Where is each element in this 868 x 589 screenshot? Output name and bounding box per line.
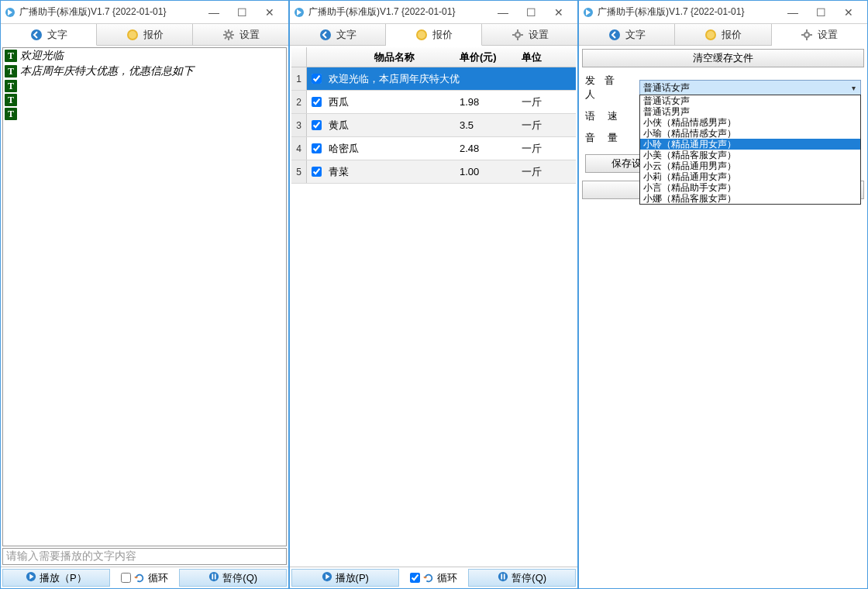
row-checkbox[interactable]	[312, 143, 322, 153]
loop-icon	[423, 573, 434, 584]
tab-price-label: 报价	[432, 28, 453, 42]
text-icon: T	[5, 94, 17, 106]
tab-text[interactable]: 文字	[1, 24, 97, 46]
voice-option[interactable]: 小瑜（精品情感女声）	[640, 128, 860, 139]
table-row[interactable]: 5 青菜 1.00 一斤	[291, 160, 576, 184]
tab-price-label: 报价	[143, 28, 164, 42]
tab-settings[interactable]: 设置	[193, 24, 288, 45]
voice-dropdown[interactable]: 普通话女声普通话男声小侠（精品情感男声）小瑜（精品情感女声）小聆（精品通用女声）…	[639, 95, 861, 205]
minimize-button[interactable]: —	[203, 5, 225, 20]
svg-point-18	[320, 29, 331, 40]
row-checkbox[interactable]	[312, 97, 322, 107]
row-checkbox[interactable]	[312, 167, 322, 177]
text-row[interactable]: T欢迎光临	[3, 48, 286, 64]
tab-price[interactable]: 报价	[675, 24, 771, 45]
minimize-button[interactable]: —	[492, 5, 514, 20]
clear-cache-button[interactable]: 清空缓存文件	[582, 49, 864, 67]
gear-icon	[801, 29, 813, 41]
app-icon	[582, 6, 594, 19]
chevron-down-icon: ▾	[848, 82, 859, 93]
tab-bar: 文字 报价 设置	[1, 24, 288, 46]
col-name[interactable]: 物品名称	[326, 47, 460, 67]
text-row[interactable]: T	[3, 79, 286, 93]
tab-settings[interactable]: 设置	[482, 24, 577, 45]
voice-option[interactable]: 小娜（精品客服女声）	[640, 193, 860, 204]
svg-rect-28	[501, 574, 503, 580]
loop-toggle[interactable]: 循环	[402, 569, 466, 587]
table-row[interactable]: 2 西瓜 1.98 一斤	[291, 91, 576, 114]
titlebar[interactable]: 广播助手(标准版)V1.7 {2022-01-01} — ☐ ✕	[579, 1, 867, 24]
tab-text[interactable]: 文字	[290, 24, 386, 45]
tab-text-label: 文字	[47, 28, 67, 42]
svg-point-14	[209, 572, 219, 581]
svg-rect-15	[212, 574, 214, 580]
app-icon	[4, 6, 16, 19]
text-input[interactable]: 请输入需要播放的文字内容	[2, 548, 287, 565]
window-controls: — ☐ ✕	[782, 5, 864, 20]
table-row[interactable]: 3 黄瓜 3.5 一斤	[291, 114, 576, 137]
row-checkbox[interactable]	[312, 120, 322, 130]
gear-icon	[512, 29, 524, 41]
voice-label: 发 音 人	[585, 74, 632, 102]
tab-price[interactable]: 报价	[97, 24, 193, 45]
text-row[interactable]: T	[3, 93, 286, 107]
coin-icon	[415, 29, 428, 41]
col-unit[interactable]: 单位	[522, 47, 576, 67]
tab-settings[interactable]: 设置	[772, 24, 867, 46]
svg-point-20	[418, 31, 425, 39]
table-row[interactable]: 1 欢迎光临，本店周年庆特大优惠，优惠信息如下	[291, 67, 576, 91]
volume-label: 音 量	[585, 131, 632, 145]
voice-option[interactable]: 普通话男声	[640, 106, 860, 117]
voice-option[interactable]: 小侠（精品情感男声）	[640, 117, 860, 128]
loop-toggle[interactable]: 循环	[113, 569, 177, 587]
close-button[interactable]: ✕	[259, 5, 281, 20]
voice-option[interactable]: 小云（精品通用男声）	[640, 160, 860, 171]
price-table: 物品名称 单价(元) 单位 1 欢迎光临，本店周年庆特大优惠，优惠信息如下 2 …	[291, 47, 576, 565]
tab-settings-label: 设置	[529, 28, 549, 42]
table-row[interactable]: 4 哈密瓜 2.48 一斤	[291, 137, 576, 160]
svg-point-4	[226, 33, 231, 37]
tab-settings-label: 设置	[239, 28, 260, 42]
play-button[interactable]: 播放（P）	[2, 569, 110, 587]
tab-text[interactable]: 文字	[579, 24, 675, 45]
app-icon	[293, 6, 305, 19]
svg-point-27	[498, 572, 508, 581]
voice-option[interactable]: 小美（精品客服女声）	[640, 150, 860, 160]
row-checkbox[interactable]	[312, 74, 322, 84]
loop-checkbox[interactable]	[410, 573, 420, 583]
window-settings: 广播助手(标准版)V1.7 {2022-01-01} — ☐ ✕ 文字 报价 设…	[578, 0, 868, 589]
settings-panel: 清空缓存文件 发 音 人 普通话女声 ▾ 普通话女声普通话男声小侠（精品情感男声…	[579, 46, 867, 202]
window-price: 广播助手(标准版)V1.7 {2022-01-01} — ☐ ✕ 文字 报价 设…	[289, 0, 578, 589]
voice-combobox[interactable]: 普通话女声 ▾ 普通话女声普通话男声小侠（精品情感男声）小瑜（精品情感女声）小聆…	[639, 80, 861, 95]
titlebar[interactable]: 广播助手(标准版)V1.7 {2022-01-01} — ☐ ✕	[290, 1, 577, 24]
voice-option[interactable]: 小聆（精品通用女声）	[640, 139, 860, 150]
text-row[interactable]: T本店周年庆特大优惠，优惠信息如下	[3, 64, 286, 79]
play-icon	[26, 571, 36, 584]
text-row[interactable]: T	[3, 107, 286, 121]
maximize-button[interactable]: ☐	[231, 5, 253, 20]
pause-button[interactable]: 暂停(Q)	[468, 569, 576, 587]
maximize-button[interactable]: ☐	[810, 5, 832, 20]
maximize-button[interactable]: ☐	[520, 5, 542, 20]
play-button[interactable]: 播放(P)	[291, 569, 399, 587]
window-controls: — ☐ ✕	[492, 5, 574, 20]
window-text: 广播助手(标准版)V1.7 {2022-01-01} — ☐ ✕ 文字 报价 设…	[0, 0, 289, 589]
pause-button[interactable]: 暂停(Q)	[179, 569, 287, 587]
tab-price[interactable]: 报价	[386, 24, 482, 46]
window-title: 广播助手(标准版)V1.7 {2022-01-01}	[19, 5, 203, 19]
svg-rect-16	[215, 574, 216, 580]
voice-option[interactable]: 普通话女声	[640, 95, 860, 106]
window-title: 广播助手(标准版)V1.7 {2022-01-01}	[308, 5, 492, 19]
voice-option[interactable]: 小言（精品助手女声）	[640, 182, 860, 193]
voice-option[interactable]: 小莉（精品通用女声）	[640, 171, 860, 182]
loop-checkbox[interactable]	[121, 573, 131, 583]
titlebar[interactable]: 广播助手(标准版)V1.7 {2022-01-01} — ☐ ✕	[1, 1, 288, 24]
text-list[interactable]: T欢迎光临 T本店周年庆特大优惠，优惠信息如下 T T T	[2, 47, 287, 546]
minimize-button[interactable]: —	[782, 5, 804, 20]
svg-point-31	[609, 29, 620, 40]
col-price[interactable]: 单价(元)	[460, 47, 522, 67]
svg-line-9	[225, 31, 226, 33]
close-button[interactable]: ✕	[548, 5, 570, 20]
close-button[interactable]: ✕	[838, 5, 859, 20]
pause-icon	[208, 571, 219, 584]
